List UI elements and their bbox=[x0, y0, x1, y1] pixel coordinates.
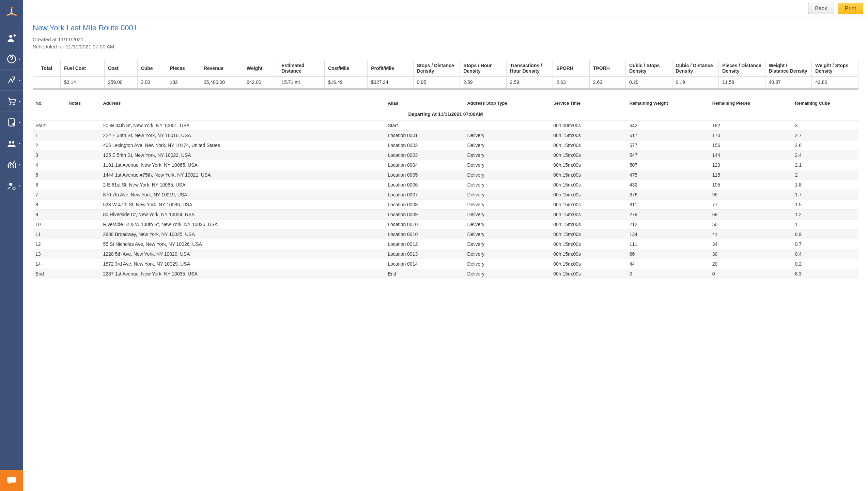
user-settings-icon bbox=[7, 181, 16, 191]
table-cell bbox=[66, 210, 100, 220]
table-cell: 156 bbox=[710, 140, 792, 150]
table-row[interactable]: 41191 1st Avenue, New York, NY 10065, US… bbox=[33, 160, 858, 170]
table-cell: 1 bbox=[33, 131, 66, 140]
table-cell bbox=[464, 121, 551, 131]
table-cell: 405 Lexington Ave, New York, NY 10174, U… bbox=[100, 140, 385, 150]
team-icon bbox=[7, 139, 16, 148]
table-row[interactable]: 112880 Broadway, New York, NY 10025, USA… bbox=[33, 229, 858, 239]
table-cell bbox=[66, 140, 100, 150]
table-row[interactable]: 141872 3rd Ave, New York, NY 10029, USAL… bbox=[33, 259, 858, 269]
summary-value: $327.24 bbox=[368, 77, 414, 88]
table-cell: Location 0007 bbox=[385, 190, 464, 200]
table-row[interactable]: 2405 Lexington Ave, New York, NY 10174, … bbox=[33, 140, 858, 150]
table-row[interactable]: 51444 1st Avenue #75th, New York, NY 100… bbox=[33, 170, 858, 180]
chevron-right-icon: ▸ bbox=[19, 120, 20, 124]
summary-value: 3.00 bbox=[137, 77, 166, 88]
print-button[interactable]: Print bbox=[838, 3, 863, 14]
table-cell: 66 bbox=[627, 249, 710, 259]
table-row[interactable]: 62 E 61st St, New York, NY 10065, USALoc… bbox=[33, 180, 858, 190]
sidebar-item-addressbook[interactable]: ▸ bbox=[0, 112, 23, 133]
svg-point-12 bbox=[9, 182, 12, 185]
table-cell: 41 bbox=[710, 229, 792, 239]
table-row[interactable]: 1255 St Nicholas Ave, New York, NY 10026… bbox=[33, 239, 858, 249]
table-cell: Delivery bbox=[464, 229, 551, 239]
table-cell: Location 0004 bbox=[385, 160, 464, 170]
summary-value: 2.59 bbox=[460, 77, 507, 88]
table-cell bbox=[66, 200, 100, 210]
table-cell bbox=[66, 229, 100, 239]
table-cell: 00h:15m:00s bbox=[551, 239, 627, 249]
table-cell: Location 0013 bbox=[385, 249, 464, 259]
table-cell: 222 E 34th St, New York, NY 10016, USA bbox=[100, 131, 385, 140]
table-cell: Location 0014 bbox=[385, 259, 464, 269]
summary-header: Cube bbox=[137, 60, 166, 77]
table-cell: 2 bbox=[792, 170, 858, 180]
summary-value: 0.19 bbox=[672, 77, 719, 88]
summary-header: Transactions / Hour Density bbox=[506, 60, 553, 77]
table-row[interactable]: 980 Riverside Dr, New York, NY 10024, US… bbox=[33, 210, 858, 220]
table-cell: 642 bbox=[627, 121, 710, 131]
summary-value: 642.00 bbox=[243, 77, 278, 88]
sidebar-item-add-user[interactable] bbox=[0, 27, 23, 48]
table-row[interactable]: 1222 E 34th St, New York, NY 10016, USAL… bbox=[33, 131, 858, 140]
summary-value: 2.59 bbox=[506, 77, 553, 88]
summary-header: Stops / Hour Density bbox=[460, 60, 507, 77]
summary-header: Cubic / Distance Density bbox=[672, 60, 719, 77]
table-cell: Delivery bbox=[464, 180, 551, 190]
table-cell bbox=[66, 190, 100, 200]
summary-header: Estimated Distance bbox=[278, 60, 325, 77]
table-row[interactable]: 10Riverside Dr & W 100th St, New York, N… bbox=[33, 220, 858, 229]
table-cell: 0.4 bbox=[792, 249, 858, 259]
table-cell: 12 bbox=[33, 239, 66, 249]
table-cell: 30 bbox=[710, 249, 792, 259]
table-row[interactable]: End2287 1st Avenue, New York, NY 10035, … bbox=[33, 269, 858, 279]
table-cell: 311 bbox=[627, 200, 710, 210]
sidebar-item-team[interactable]: ▸ bbox=[0, 133, 23, 154]
table-cell: Location 0012 bbox=[385, 239, 464, 249]
chat-button[interactable] bbox=[0, 470, 23, 491]
table-cell: 00h:15m:00s bbox=[551, 220, 627, 229]
table-cell: 2287 1st Avenue, New York, NY 10035, USA bbox=[100, 269, 385, 279]
table-row[interactable]: 8533 W 47th St, New York, NY 10036, USAL… bbox=[33, 200, 858, 210]
sidebar-item-help[interactable]: ▸ bbox=[0, 48, 23, 70]
table-cell: 547 bbox=[627, 150, 710, 160]
table-row[interactable]: Start20 W 34th St, New York, NY 10001, U… bbox=[33, 121, 858, 131]
table-cell: 129 bbox=[710, 160, 792, 170]
table-cell: 3 bbox=[792, 121, 858, 131]
table-cell bbox=[66, 239, 100, 249]
summary-header: Total bbox=[33, 60, 61, 77]
table-cell: Location 0010 bbox=[385, 229, 464, 239]
help-icon bbox=[7, 54, 16, 64]
stops-header: Notes bbox=[66, 99, 100, 108]
summary-header: TPORH bbox=[589, 60, 625, 77]
table-cell: 2 E 61st St, New York, NY 10065, USA bbox=[100, 180, 385, 190]
summary-value: 15.71 mi bbox=[278, 77, 325, 88]
back-button[interactable]: Back bbox=[808, 3, 835, 14]
table-row[interactable]: 7870 7th Ave, New York, NY 10019, USALoc… bbox=[33, 190, 858, 200]
table-cell: 111 bbox=[627, 239, 710, 249]
summary-value: 42.80 bbox=[812, 77, 858, 88]
table-row[interactable]: 3125 E 54th St, New York, NY 10022, USAL… bbox=[33, 150, 858, 160]
table-cell: 1191 1st Avenue, New York, NY 10065, USA bbox=[100, 160, 385, 170]
table-row[interactable]: 131220 5th Ave, New York, NY 10029, USAL… bbox=[33, 249, 858, 259]
sidebar-item-settings[interactable]: ▸ bbox=[0, 175, 23, 196]
svg-point-7 bbox=[13, 104, 15, 105]
table-cell: Location 0009 bbox=[385, 210, 464, 220]
sidebar-item-routes[interactable]: ▸ bbox=[0, 70, 23, 91]
chevron-right-icon: ▸ bbox=[19, 163, 20, 166]
summary-table-wrapper[interactable]: TotalFuel CostCostCubePiecesRevenueWeigh… bbox=[33, 60, 858, 90]
table-cell: 279 bbox=[627, 210, 710, 220]
sidebar-item-analytics[interactable]: ▸ bbox=[0, 154, 23, 175]
table-cell: Delivery bbox=[464, 170, 551, 180]
chevron-right-icon: ▸ bbox=[19, 184, 20, 188]
svg-point-2 bbox=[15, 14, 17, 16]
table-cell: 533 W 47th St, New York, NY 10036, USA bbox=[100, 200, 385, 210]
table-cell: 1.8 bbox=[792, 180, 858, 190]
table-cell: 182 bbox=[710, 121, 792, 131]
departing-row: Departing At 11/11/2021 07:00AM bbox=[33, 108, 858, 121]
sidebar-item-orders[interactable]: ▸ bbox=[0, 91, 23, 112]
table-cell: 80 Riverside Dr, New York, NY 10024, USA bbox=[100, 210, 385, 220]
summary-table: TotalFuel CostCostCubePiecesRevenueWeigh… bbox=[33, 60, 858, 88]
summary-header: Cost bbox=[104, 60, 137, 77]
table-cell: 00h:00m:00s bbox=[551, 121, 627, 131]
